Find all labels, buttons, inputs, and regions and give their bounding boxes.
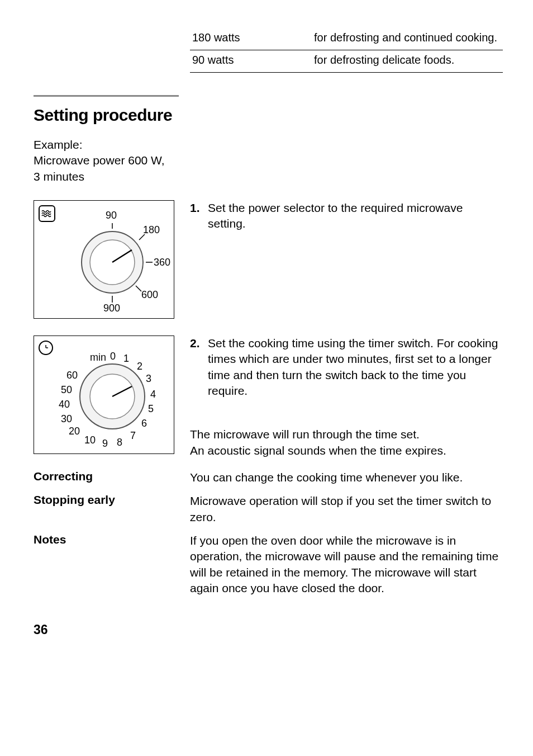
watt-cell: 180 watts [190, 28, 312, 50]
step2-text-column: 2. Set the cooking time using the timer … [190, 336, 499, 459]
watt-cell: 90 watts [190, 50, 312, 73]
correcting-label: Correcting [34, 470, 190, 485]
notes-text: If you open the oven door while the micr… [190, 533, 499, 596]
notes-row: Notes If you open the oven door while th… [34, 533, 499, 596]
step1-text-column: 1. Set the power selector to the require… [190, 200, 499, 232]
after-step2-b: An acoustic signal sounds when the time … [190, 443, 499, 459]
dial-label-90: 90 [106, 210, 117, 221]
timer-1: 1 [123, 353, 129, 365]
timer-0: 0 [110, 351, 116, 362]
correcting-text: You can change the cooking time whenever… [190, 470, 499, 485]
step1-row: 90 180 360 600 900 1. Set the power sele… [34, 200, 499, 319]
correcting-row: Correcting You can change the cooking ti… [34, 470, 499, 485]
example-line2: Microwave power 600 W, [34, 153, 499, 168]
dial-label-900: 900 [103, 303, 120, 314]
step1-number: 1. [190, 200, 202, 232]
step1: 1. Set the power selector to the require… [190, 200, 499, 232]
step1-text: Set the power selector to the required m… [208, 200, 499, 232]
svg-line-5 [136, 286, 141, 291]
dial-label-180: 180 [143, 224, 160, 236]
watt-desc: for defrosting and continued cooking. [312, 28, 503, 50]
section-title: Setting procedure [34, 95, 179, 125]
timer-3: 3 [146, 373, 151, 385]
timer-dial-figure: min 0 1 2 3 4 5 6 7 8 9 10 20 30 40 50 6… [34, 336, 174, 454]
timer-5: 5 [148, 403, 154, 415]
timer-20: 20 [69, 426, 80, 437]
table-row: 90 watts for defrosting delicate foods. [190, 50, 503, 73]
stopping-row: Stopping early Microwave operation will … [34, 493, 499, 525]
step2-text: Set the cooking time using the timer swi… [208, 336, 499, 399]
dial-label-600: 600 [141, 289, 158, 301]
watt-desc: for defrosting delicate foods. [312, 50, 503, 73]
step2-number: 2. [190, 336, 202, 399]
timer-40: 40 [59, 399, 70, 410]
timer-30: 30 [61, 413, 72, 425]
step2-row: min 0 1 2 3 4 5 6 7 8 9 10 20 30 40 50 6… [34, 336, 499, 459]
power-dial-figure: 90 180 360 600 900 [34, 200, 174, 319]
timer-4: 4 [150, 389, 156, 400]
figure-column: min 0 1 2 3 4 5 6 7 8 9 10 20 30 40 50 6… [34, 336, 190, 454]
stopping-label: Stopping early [34, 493, 190, 525]
timer-7: 7 [130, 430, 136, 442]
dial-label-360: 360 [154, 257, 170, 268]
example-block: Example: Microwave power 600 W, 3 minute… [34, 137, 499, 185]
stopping-text: Microwave operation will stop if you set… [190, 493, 499, 525]
figure-column: 90 180 360 600 900 [34, 200, 190, 319]
timer-50: 50 [61, 384, 72, 396]
timer-8: 8 [117, 437, 122, 448]
timer-6: 6 [141, 418, 147, 429]
wattage-table: 180 watts for defrosting and continued c… [190, 28, 503, 73]
timer-60: 60 [66, 370, 78, 381]
after-step2-a: The microwave will run through the time … [190, 427, 499, 442]
example-line3: 3 minutes [34, 169, 499, 185]
page-number: 36 [34, 622, 499, 637]
timer-min-label: min [90, 352, 106, 363]
notes-label: Notes [34, 533, 190, 596]
step2: 2. Set the cooking time using the timer … [190, 336, 499, 399]
table-row: 180 watts for defrosting and continued c… [190, 28, 503, 50]
page: 180 watts for defrosting and continued c… [0, 0, 533, 660]
timer-2: 2 [137, 361, 142, 372]
example-line1: Example: [34, 137, 499, 153]
timer-10: 10 [84, 434, 96, 446]
timer-9: 9 [102, 438, 108, 450]
